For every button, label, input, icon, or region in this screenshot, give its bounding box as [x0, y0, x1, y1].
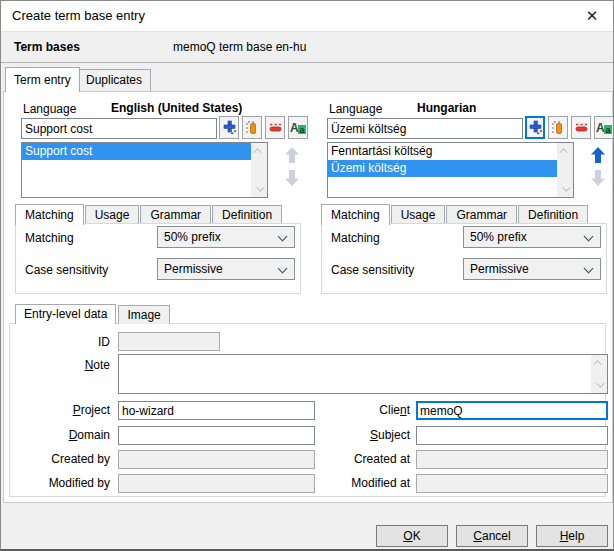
source-term-input[interactable]: [21, 118, 217, 139]
help-button[interactable]: Help: [536, 525, 608, 547]
move-down-icon: [591, 170, 605, 186]
insert-term-icon: [245, 120, 260, 135]
scroll-down-icon[interactable]: [557, 181, 573, 197]
matching-label: Matching: [25, 231, 74, 245]
entry-level-data-panel: ID Note Project Client Domain Subject Cr…: [9, 323, 606, 497]
add-term-button[interactable]: [525, 116, 545, 139]
chevron-down-icon: [584, 264, 594, 274]
case-sensitivity-label: Case sensitivity: [25, 263, 108, 277]
list-item[interactable]: Fenntartási költség: [328, 143, 557, 160]
tab-image[interactable]: Image: [118, 305, 169, 324]
scroll-down-icon[interactable]: [251, 181, 267, 197]
move-term-down-button[interactable]: [281, 170, 303, 190]
scroll-down-icon[interactable]: [591, 377, 607, 393]
tab-definition[interactable]: Definition: [518, 205, 588, 225]
move-up-icon: [591, 147, 605, 163]
source-matching-select[interactable]: 50% prefix: [157, 226, 295, 248]
note-field[interactable]: [118, 354, 608, 394]
modified-at-label: Modified at: [310, 474, 410, 493]
tab-grammar[interactable]: Grammar: [140, 205, 211, 225]
entry-level-tabs: Entry-level dataImage: [15, 304, 172, 324]
project-field[interactable]: [118, 401, 315, 420]
svg-text:A: A: [596, 121, 605, 135]
matching-value: 50% prefix: [470, 230, 527, 244]
subject-field[interactable]: [416, 426, 608, 445]
tab-duplicates[interactable]: Duplicates: [77, 69, 151, 92]
scroll-up-icon[interactable]: [557, 143, 573, 159]
move-up-icon: [285, 147, 299, 163]
matching-label: Matching: [331, 231, 380, 245]
dialog-title: Create term base entry: [12, 1, 145, 31]
case-sensitivity-label: Case sensitivity: [331, 263, 414, 277]
client-field[interactable]: [416, 401, 608, 420]
domain-label: Domain: [10, 426, 110, 445]
move-term-up-button[interactable]: [587, 147, 609, 167]
client-label: Client: [310, 401, 410, 420]
tab-entry-level-data[interactable]: Entry-level data: [15, 304, 116, 324]
tab-usage[interactable]: Usage: [391, 205, 446, 225]
scroll-up-icon[interactable]: [251, 143, 267, 159]
target-matching-select[interactable]: 50% prefix: [463, 226, 601, 248]
close-icon[interactable]: ✕: [581, 1, 603, 31]
move-term-down-button[interactable]: [587, 170, 609, 190]
move-term-up-button[interactable]: [281, 147, 303, 167]
target-term-list[interactable]: Fenntartási költség Üzemi költség: [327, 142, 574, 198]
svg-text:A: A: [290, 121, 299, 135]
target-term-property-tabs: MatchingUsageGrammarDefinition: [321, 204, 589, 224]
scroll-up-icon[interactable]: [591, 355, 607, 371]
list-item[interactable]: Support cost: [22, 143, 251, 160]
source-term-list[interactable]: Support cost: [21, 142, 268, 198]
subject-label: Subject: [310, 426, 410, 445]
move-down-icon: [285, 170, 299, 186]
target-language-name: Hungarian: [417, 101, 476, 115]
case-value: Permissive: [164, 262, 223, 276]
add-term-button[interactable]: [219, 116, 239, 139]
chevron-down-icon: [278, 264, 288, 274]
matching-value: 50% prefix: [164, 230, 221, 244]
case-format-icon: A a: [290, 120, 306, 135]
insert-term-button[interactable]: [242, 116, 262, 139]
tab-definition[interactable]: Definition: [212, 205, 282, 225]
target-list-scrollbar[interactable]: [557, 143, 573, 197]
tab-matching[interactable]: Matching: [15, 204, 84, 225]
chevron-down-icon: [584, 232, 594, 242]
source-list-scrollbar[interactable]: [251, 143, 267, 197]
add-term-icon: [528, 120, 543, 135]
ok-button[interactable]: OK: [376, 525, 448, 547]
chevron-down-icon: [278, 232, 288, 242]
note-scrollbar[interactable]: [591, 355, 607, 393]
tab-usage[interactable]: Usage: [85, 205, 140, 225]
case-format-icon: A a: [596, 120, 612, 135]
remove-term-button[interactable]: [265, 116, 285, 139]
modified-at-field: [416, 474, 608, 493]
domain-field[interactable]: [118, 426, 315, 445]
cancel-button[interactable]: Cancel: [456, 525, 528, 547]
remove-term-icon: [268, 120, 283, 135]
insert-term-button[interactable]: [548, 116, 568, 139]
tab-term-entry[interactable]: Term entry: [5, 67, 80, 92]
created-at-label: Created at: [310, 450, 410, 469]
case-format-button[interactable]: A a: [594, 116, 614, 139]
source-term-property-tabs: MatchingUsageGrammarDefinition: [15, 204, 283, 224]
source-language-column: Language English (United States) A: [1, 91, 309, 301]
term-bases-label: Term bases: [14, 32, 80, 63]
case-format-button[interactable]: A a: [288, 116, 308, 139]
list-item[interactable]: Üzemi költség: [328, 160, 557, 177]
target-case-select[interactable]: Permissive: [463, 258, 601, 280]
id-label: ID: [10, 333, 110, 352]
source-case-select[interactable]: Permissive: [157, 258, 295, 280]
tab-grammar[interactable]: Grammar: [446, 205, 517, 225]
remove-term-button[interactable]: [571, 116, 591, 139]
term-bases-header: Term bases memoQ term base en-hu: [1, 31, 613, 63]
remove-term-icon: [574, 120, 589, 135]
term-base-name: memoQ term base en-hu: [173, 32, 306, 63]
case-value: Permissive: [470, 262, 529, 276]
target-language-column: Language Hungarian A: [307, 91, 614, 301]
note-label: Note: [10, 356, 110, 375]
insert-term-icon: [551, 120, 566, 135]
created-by-field: [118, 450, 315, 469]
created-at-field: [416, 450, 608, 469]
modified-by-label: Modified by: [10, 474, 110, 493]
tab-matching[interactable]: Matching: [321, 204, 390, 225]
target-term-input[interactable]: [327, 118, 523, 139]
